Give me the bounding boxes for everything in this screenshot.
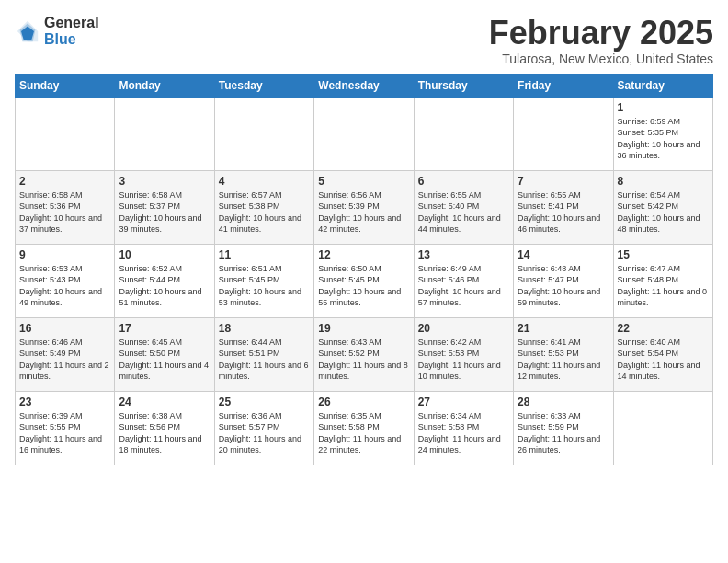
day-number: 24 (119, 396, 210, 408)
calendar-cell: 14Sunrise: 6:48 AM Sunset: 5:47 PM Dayli… (514, 244, 613, 317)
calendar-cell: 17Sunrise: 6:45 AM Sunset: 5:50 PM Dayli… (115, 317, 214, 391)
header-day-monday: Monday (115, 74, 214, 97)
header-day-friday: Friday (514, 74, 613, 97)
day-info: Sunrise: 6:42 AM Sunset: 5:53 PM Dayligh… (418, 337, 509, 383)
day-number: 26 (318, 396, 409, 408)
calendar-cell: 16Sunrise: 6:46 AM Sunset: 5:49 PM Dayli… (16, 317, 115, 391)
logo-text: General Blue (44, 15, 99, 47)
calendar-cell: 24Sunrise: 6:38 AM Sunset: 5:56 PM Dayli… (115, 391, 214, 465)
calendar-cell: 7Sunrise: 6:55 AM Sunset: 5:41 PM Daylig… (514, 170, 613, 244)
day-number: 12 (318, 248, 409, 261)
day-number: 14 (518, 248, 609, 261)
calendar-cell: 1Sunrise: 6:59 AM Sunset: 5:35 PM Daylig… (613, 97, 712, 170)
day-info: Sunrise: 6:58 AM Sunset: 5:37 PM Dayligh… (119, 190, 210, 236)
day-info: Sunrise: 6:54 AM Sunset: 5:42 PM Dayligh… (618, 190, 709, 236)
day-info: Sunrise: 6:49 AM Sunset: 5:46 PM Dayligh… (418, 263, 509, 309)
day-info: Sunrise: 6:59 AM Sunset: 5:35 PM Dayligh… (618, 116, 709, 162)
calendar-cell: 13Sunrise: 6:49 AM Sunset: 5:46 PM Dayli… (414, 244, 513, 317)
calendar-cell (214, 97, 313, 170)
calendar-cell: 23Sunrise: 6:39 AM Sunset: 5:55 PM Dayli… (16, 391, 115, 465)
header-day-sunday: Sunday (16, 74, 115, 97)
day-info: Sunrise: 6:34 AM Sunset: 5:58 PM Dayligh… (418, 410, 509, 456)
calendar-cell (514, 97, 613, 170)
calendar-cell: 20Sunrise: 6:42 AM Sunset: 5:53 PM Dayli… (414, 317, 513, 391)
calendar-cell: 6Sunrise: 6:55 AM Sunset: 5:40 PM Daylig… (414, 170, 513, 244)
calendar-cell: 4Sunrise: 6:57 AM Sunset: 5:38 PM Daylig… (214, 170, 313, 244)
calendar-cell: 28Sunrise: 6:33 AM Sunset: 5:59 PM Dayli… (514, 391, 613, 465)
day-info: Sunrise: 6:51 AM Sunset: 5:45 PM Dayligh… (219, 263, 310, 309)
day-number: 22 (618, 322, 709, 335)
day-number: 17 (119, 322, 210, 335)
logo: General Blue (15, 15, 99, 47)
day-info: Sunrise: 6:55 AM Sunset: 5:41 PM Dayligh… (518, 190, 609, 236)
day-number: 9 (19, 248, 110, 261)
day-info: Sunrise: 6:35 AM Sunset: 5:58 PM Dayligh… (318, 410, 409, 456)
calendar-cell: 10Sunrise: 6:52 AM Sunset: 5:44 PM Dayli… (115, 244, 214, 317)
day-number: 8 (618, 175, 709, 188)
header-row: SundayMondayTuesdayWednesdayThursdayFrid… (16, 74, 713, 97)
day-info: Sunrise: 6:48 AM Sunset: 5:47 PM Dayligh… (518, 263, 609, 309)
day-info: Sunrise: 6:52 AM Sunset: 5:44 PM Dayligh… (119, 263, 210, 309)
calendar-cell: 12Sunrise: 6:50 AM Sunset: 5:45 PM Dayli… (314, 244, 414, 317)
calendar-cell (613, 391, 712, 465)
calendar-cell: 11Sunrise: 6:51 AM Sunset: 5:45 PM Dayli… (214, 244, 313, 317)
calendar-cell (16, 97, 115, 170)
week-row-3: 9Sunrise: 6:53 AM Sunset: 5:43 PM Daylig… (16, 244, 713, 317)
day-info: Sunrise: 6:41 AM Sunset: 5:53 PM Dayligh… (518, 337, 609, 383)
day-number: 3 (119, 175, 210, 188)
day-info: Sunrise: 6:55 AM Sunset: 5:40 PM Dayligh… (418, 190, 509, 236)
title-block: February 2025 Tularosa, New Mexico, Unit… (489, 15, 713, 66)
day-number: 20 (418, 322, 509, 335)
day-info: Sunrise: 6:44 AM Sunset: 5:51 PM Dayligh… (219, 337, 310, 383)
day-info: Sunrise: 6:39 AM Sunset: 5:55 PM Dayligh… (19, 410, 110, 456)
calendar-cell: 21Sunrise: 6:41 AM Sunset: 5:53 PM Dayli… (514, 317, 613, 391)
calendar-cell: 22Sunrise: 6:40 AM Sunset: 5:54 PM Dayli… (613, 317, 712, 391)
header-day-saturday: Saturday (613, 74, 712, 97)
calendar-cell: 27Sunrise: 6:34 AM Sunset: 5:58 PM Dayli… (414, 391, 513, 465)
calendar-cell: 18Sunrise: 6:44 AM Sunset: 5:51 PM Dayli… (214, 317, 313, 391)
day-number: 27 (418, 396, 509, 408)
day-info: Sunrise: 6:45 AM Sunset: 5:50 PM Dayligh… (119, 337, 210, 383)
day-number: 1 (618, 101, 709, 114)
day-number: 15 (618, 248, 709, 261)
day-number: 5 (318, 175, 409, 188)
day-number: 23 (19, 396, 110, 408)
calendar-cell: 8Sunrise: 6:54 AM Sunset: 5:42 PM Daylig… (613, 170, 712, 244)
calendar-table: SundayMondayTuesdayWednesdayThursdayFrid… (15, 74, 713, 465)
page-header: General Blue February 2025 Tularosa, New… (15, 15, 713, 66)
week-row-4: 16Sunrise: 6:46 AM Sunset: 5:49 PM Dayli… (16, 317, 713, 391)
calendar-cell: 2Sunrise: 6:58 AM Sunset: 5:36 PM Daylig… (16, 170, 115, 244)
day-number: 16 (19, 322, 110, 335)
month-title: February 2025 (489, 15, 713, 52)
calendar-cell: 25Sunrise: 6:36 AM Sunset: 5:57 PM Dayli… (214, 391, 313, 465)
day-info: Sunrise: 6:50 AM Sunset: 5:45 PM Dayligh… (318, 263, 409, 309)
week-row-5: 23Sunrise: 6:39 AM Sunset: 5:55 PM Dayli… (16, 391, 713, 465)
header-day-wednesday: Wednesday (314, 74, 414, 97)
day-info: Sunrise: 6:57 AM Sunset: 5:38 PM Dayligh… (219, 190, 310, 236)
calendar-cell: 9Sunrise: 6:53 AM Sunset: 5:43 PM Daylig… (16, 244, 115, 317)
day-number: 21 (518, 322, 609, 335)
calendar-cell: 19Sunrise: 6:43 AM Sunset: 5:52 PM Dayli… (314, 317, 414, 391)
location-title: Tularosa, New Mexico, United States (489, 52, 713, 66)
calendar-cell (314, 97, 414, 170)
day-number: 19 (318, 322, 409, 335)
calendar-cell (115, 97, 214, 170)
day-info: Sunrise: 6:53 AM Sunset: 5:43 PM Dayligh… (19, 263, 110, 309)
day-info: Sunrise: 6:58 AM Sunset: 5:36 PM Dayligh… (19, 190, 110, 236)
day-info: Sunrise: 6:38 AM Sunset: 5:56 PM Dayligh… (119, 410, 210, 456)
day-number: 13 (418, 248, 509, 261)
day-number: 4 (219, 175, 310, 188)
day-info: Sunrise: 6:43 AM Sunset: 5:52 PM Dayligh… (318, 337, 409, 383)
calendar-cell: 15Sunrise: 6:47 AM Sunset: 5:48 PM Dayli… (613, 244, 712, 317)
day-info: Sunrise: 6:56 AM Sunset: 5:39 PM Dayligh… (318, 190, 409, 236)
day-number: 10 (119, 248, 210, 261)
logo-blue-label: Blue (44, 31, 99, 48)
week-row-1: 1Sunrise: 6:59 AM Sunset: 5:35 PM Daylig… (16, 97, 713, 170)
day-number: 11 (219, 248, 310, 261)
day-number: 18 (219, 322, 310, 335)
day-info: Sunrise: 6:33 AM Sunset: 5:59 PM Dayligh… (518, 410, 609, 456)
day-number: 6 (418, 175, 509, 188)
day-info: Sunrise: 6:40 AM Sunset: 5:54 PM Dayligh… (618, 337, 709, 383)
day-number: 2 (19, 175, 110, 188)
logo-general-label: General (44, 15, 99, 31)
